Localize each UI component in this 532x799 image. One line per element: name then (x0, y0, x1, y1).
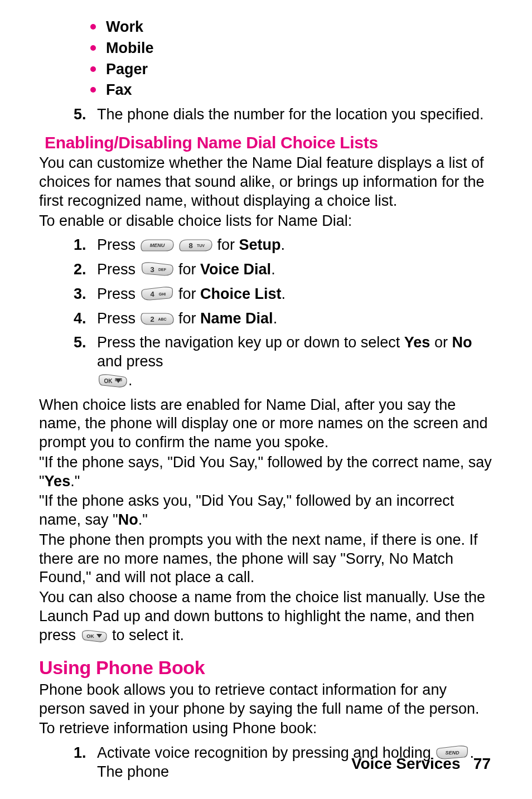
step-text: The phone dials the number for the locat… (97, 106, 483, 123)
paragraph: The phone then prompts you with the next… (39, 531, 493, 587)
step-number: 1. (74, 744, 86, 763)
menu-key-icon: MENU (140, 238, 175, 253)
top-step-list: 5. The phone dials the number for the lo… (39, 105, 493, 124)
step-text-part: Press (97, 236, 140, 253)
paragraph: You can also choose a name from the choi… (39, 588, 493, 645)
list-item: Work (89, 18, 493, 37)
page-footer: Voice Services 77 (351, 754, 491, 773)
two-key-icon: 2ABC (140, 311, 175, 327)
list-item: 1. Press MENU 8TUV for Setup. (74, 236, 493, 255)
list-item: 5. Press the navigation key up or down t… (74, 333, 493, 390)
menu-name: Choice List (200, 285, 282, 302)
step-number: 5. (74, 333, 86, 352)
step-text-part: Press (97, 310, 140, 327)
list-item: 4. Press 2ABC for Name Dial. (74, 309, 493, 328)
text-part: ." (70, 473, 80, 490)
list-item: 3. Press 4GHI for Choice List. (74, 285, 493, 304)
step-number: 4. (74, 309, 86, 328)
text-part: to select it. (112, 627, 184, 643)
step-number: 1. (74, 236, 86, 255)
bullet-label: Mobile (106, 40, 154, 56)
step-text-part: for (178, 261, 200, 278)
section-heading: Using Phone Book (39, 656, 493, 680)
step-number: 2. (74, 260, 86, 279)
paragraph: "If the phone asks you, "Did You Say," f… (39, 492, 493, 530)
menu-name: Voice Dial (200, 261, 271, 278)
four-key-icon: 4GHI (140, 285, 175, 302)
footer-page-number: 77 (473, 755, 491, 772)
list-item: 2. Press 3DEF for Voice Dial. (74, 260, 493, 279)
paragraph: You can customize whether the Name Dial … (39, 154, 493, 210)
footer-section: Voice Services (351, 755, 461, 772)
svg-text:ABC: ABC (158, 317, 166, 321)
step-number: 5. (74, 105, 86, 124)
option-yes: Yes (45, 473, 71, 490)
eight-key-icon: 8TUV (178, 238, 213, 253)
step-number: 3. (74, 285, 86, 304)
step-text-part: Press (97, 261, 140, 278)
step-text-part: Press the navigation key up or down to s… (97, 334, 404, 351)
step-text-part: for (178, 285, 200, 302)
text-part: "If the phone says, "Did You Say," follo… (39, 454, 492, 490)
paragraph: Phone book allows you to retrieve contac… (39, 681, 493, 719)
svg-text:MENU: MENU (149, 243, 165, 248)
list-item: Pager (89, 60, 493, 79)
option-yes: Yes (404, 334, 431, 351)
paragraph: To enable or disable choice lists for Na… (39, 212, 493, 231)
ok-key-icon: OK (97, 373, 128, 389)
step-text-part: and press (97, 353, 163, 370)
svg-text:DEF: DEF (158, 268, 167, 272)
step-text-part: Press (97, 285, 140, 302)
option-no: No (118, 511, 138, 528)
svg-text:OK: OK (86, 633, 94, 639)
svg-text:8: 8 (188, 241, 192, 250)
menu-name: Name Dial (200, 310, 273, 327)
svg-text:2: 2 (150, 315, 154, 323)
period: . (128, 372, 133, 389)
step-text-part: for (217, 236, 239, 253)
bullet-label: Work (106, 18, 143, 35)
menu-name: Setup (239, 236, 281, 253)
text-part: "If the phone asks you, "Did You Say," f… (39, 492, 454, 528)
list-item: Mobile (89, 39, 493, 58)
location-bullets: Work Mobile Pager Fax (39, 18, 493, 100)
svg-text:3: 3 (150, 265, 154, 274)
ok-key-icon: OK (80, 629, 108, 643)
step-text-part: for (178, 310, 200, 327)
text-part: ." (138, 511, 148, 528)
step-text-part: or (430, 334, 452, 351)
svg-text:GHI: GHI (158, 292, 166, 296)
list-item: Fax (89, 81, 493, 100)
period: . (282, 285, 286, 302)
svg-text:TUV: TUV (197, 244, 205, 248)
paragraph: To retrieve information using Phone book… (39, 719, 493, 738)
enable-steps: 1. Press MENU 8TUV for Setup. 2. Press 3… (39, 236, 493, 390)
list-item: 5. The phone dials the number for the lo… (74, 105, 493, 124)
paragraph: When choice lists are enabled for Name D… (39, 396, 493, 452)
svg-text:OK: OK (104, 378, 113, 384)
option-no: No (452, 334, 472, 351)
bullet-label: Fax (106, 81, 132, 98)
period: . (273, 310, 278, 327)
svg-text:4: 4 (150, 290, 154, 298)
period: . (271, 261, 275, 278)
subsection-heading: Enabling/Disabling Name Dial Choice List… (45, 132, 493, 153)
period: . (281, 236, 286, 253)
paragraph: "If the phone says, "Did You Say," follo… (39, 453, 493, 491)
bullet-label: Pager (106, 61, 148, 78)
three-key-icon: 3DEF (140, 261, 175, 278)
